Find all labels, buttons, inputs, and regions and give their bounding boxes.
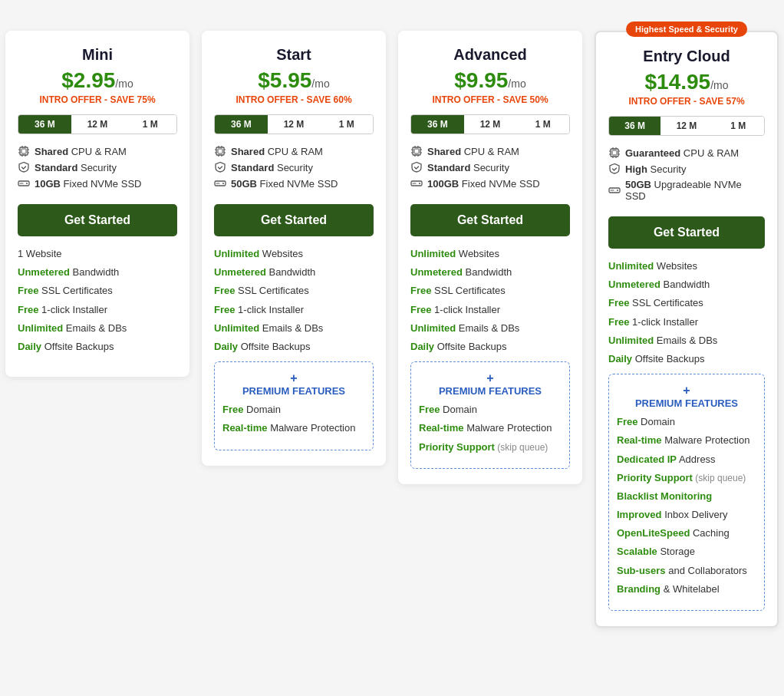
plans-container: Mini $2.95/mo INTRO OFFER - SAVE 75% 36 … xyxy=(15,15,769,643)
price-amount: $14.95 xyxy=(645,70,711,94)
feature-item: Free SSL Certificates xyxy=(410,284,570,298)
premium-features-box: + PREMIUM FEATURES Free DomainReal-time … xyxy=(410,361,570,469)
premium-item: Priority Support (skip queue) xyxy=(617,471,756,485)
get-started-button[interactable]: Get Started xyxy=(214,204,374,236)
feature-item: Unlimited Emails & DBs xyxy=(214,322,374,335)
period-btn-36m[interactable]: 36 M xyxy=(18,115,71,134)
feature-item: Daily Offsite Backups xyxy=(214,340,374,354)
price-period: /mo xyxy=(115,78,133,90)
period-btn-1m[interactable]: 1 M xyxy=(516,115,569,134)
feature-item: Unmetered Bandwidth xyxy=(608,278,765,292)
feature-item: Daily Offsite Backups xyxy=(18,340,177,354)
price-period: /mo xyxy=(508,78,525,90)
premium-item: Free Domain xyxy=(222,403,365,417)
spec-text: Guaranteed CPU & RAM xyxy=(625,147,739,159)
spec-text: Standard Security xyxy=(231,162,313,173)
feature-item: Unlimited Emails & DBs xyxy=(410,322,570,335)
premium-plus: + xyxy=(419,371,562,385)
price-period: /mo xyxy=(311,78,329,90)
svg-rect-1 xyxy=(21,149,26,153)
premium-plus: + xyxy=(222,371,365,385)
spec-text: 100GB Fixed NVMe SSD xyxy=(427,178,540,190)
get-started-button[interactable]: Get Started xyxy=(410,204,570,236)
spec-row: 50GB Fixed NVMe SSD xyxy=(214,177,374,190)
period-btn-12m[interactable]: 12 M xyxy=(268,115,321,134)
plan-card-mini: Mini $2.95/mo INTRO OFFER - SAVE 75% 36 … xyxy=(5,31,189,377)
period-selector: 36 M12 M1 M xyxy=(214,114,374,134)
feature-list: Unlimited WebsitesUnmetered BandwidthFre… xyxy=(410,247,570,354)
plan-price: $9.95/mo xyxy=(410,68,570,93)
price-amount: $9.95 xyxy=(454,68,508,92)
feature-item: Unlimited Websites xyxy=(608,259,765,273)
feature-item: Free SSL Certificates xyxy=(214,284,374,298)
svg-rect-14 xyxy=(218,149,222,153)
period-btn-36m[interactable]: 36 M xyxy=(609,117,660,135)
spec-text: Standard Security xyxy=(35,162,117,173)
feature-item: Free 1-click Installer xyxy=(608,315,765,329)
premium-item: Sub-users and Collaborators xyxy=(617,564,756,578)
feature-item: Daily Offsite Backups xyxy=(608,352,765,366)
period-btn-1m[interactable]: 1 M xyxy=(320,115,373,134)
price-period: /mo xyxy=(710,79,728,91)
drive-icon xyxy=(608,184,621,196)
feature-list: Unlimited WebsitesUnmetered BandwidthFre… xyxy=(214,247,374,354)
spec-row: Shared CPU & RAM xyxy=(410,145,570,157)
feature-item: Free 1-click Installer xyxy=(410,303,570,317)
intro-offer: INTRO OFFER - SAVE 60% xyxy=(214,94,374,105)
cpu-icon xyxy=(608,147,621,159)
period-btn-12m[interactable]: 12 M xyxy=(464,115,517,134)
plan-name: Entry Cloud xyxy=(608,48,765,65)
cpu-icon xyxy=(214,145,226,157)
price-amount: $5.95 xyxy=(258,68,311,92)
plan-card-start: Start $5.95/mo INTRO OFFER - SAVE 60% 36… xyxy=(202,31,386,466)
specs-section: Shared CPU & RAM Standard Security 50GB … xyxy=(214,145,374,190)
spec-text: Shared CPU & RAM xyxy=(427,146,519,157)
spec-text: Shared CPU & RAM xyxy=(35,146,127,157)
period-btn-12m[interactable]: 12 M xyxy=(71,115,124,134)
plan-price: $2.95/mo xyxy=(18,68,177,93)
cpu-icon xyxy=(410,145,423,157)
premium-item: Blacklist Monitoring xyxy=(617,490,756,503)
svg-point-11 xyxy=(26,183,28,184)
premium-item: Priority Support (skip queue) xyxy=(419,440,562,454)
plan-badge: Highest Speed & Security xyxy=(626,21,747,37)
spec-text: Shared CPU & RAM xyxy=(231,146,323,157)
feature-item: Free 1-click Installer xyxy=(18,303,177,317)
premium-list: Free DomainReal-time Malware ProtectionD… xyxy=(617,415,756,596)
get-started-button[interactable]: Get Started xyxy=(608,216,765,249)
feature-item: Unlimited Websites xyxy=(410,247,570,261)
period-btn-36m[interactable]: 36 M xyxy=(215,115,268,134)
period-btn-36m[interactable]: 36 M xyxy=(411,115,464,134)
plan-card-advanced: Advanced $9.95/mo INTRO OFFER - SAVE 50%… xyxy=(398,31,582,484)
spec-row: High Security xyxy=(608,163,765,175)
feature-item: 1 Website xyxy=(18,247,177,261)
period-btn-1m[interactable]: 1 M xyxy=(124,115,176,134)
premium-item: Improved Inbox Delivery xyxy=(617,508,756,522)
get-started-button[interactable]: Get Started xyxy=(18,204,177,236)
period-btn-1m[interactable]: 1 M xyxy=(713,117,764,135)
feature-item: Unmetered Bandwidth xyxy=(214,266,374,279)
drive-icon xyxy=(410,177,423,190)
spec-row: Standard Security xyxy=(18,161,177,173)
premium-item: Real-time Malware Protection xyxy=(222,421,365,435)
drive-icon xyxy=(18,177,30,190)
premium-item: Scalable Storage xyxy=(617,545,756,559)
feature-item: Free SSL Certificates xyxy=(608,296,765,310)
price-amount: $2.95 xyxy=(61,68,115,92)
specs-section: Guaranteed CPU & RAM High Security 50GB … xyxy=(608,147,765,202)
feature-item: Free 1-click Installer xyxy=(214,303,374,317)
period-selector: 36 M12 M1 M xyxy=(18,114,177,134)
period-selector: 36 M12 M1 M xyxy=(608,116,765,136)
premium-item: Real-time Malware Protection xyxy=(419,421,562,435)
drive-icon xyxy=(214,177,226,190)
spec-row: 50GB Upgradeable NVMe SSD xyxy=(608,179,765,202)
period-btn-12m[interactable]: 12 M xyxy=(660,117,712,135)
spec-row: Shared CPU & RAM xyxy=(18,145,177,157)
spec-row: Guaranteed CPU & RAM xyxy=(608,147,765,159)
spec-text: 50GB Fixed NVMe SSD xyxy=(231,178,338,190)
spec-text: 50GB Upgradeable NVMe SSD xyxy=(625,179,765,202)
plan-name: Advanced xyxy=(410,46,570,64)
specs-section: Shared CPU & RAM Standard Security 10GB … xyxy=(18,145,177,190)
premium-features-box: + PREMIUM FEATURES Free DomainReal-time … xyxy=(214,361,374,450)
intro-offer: INTRO OFFER - SAVE 50% xyxy=(410,94,570,105)
